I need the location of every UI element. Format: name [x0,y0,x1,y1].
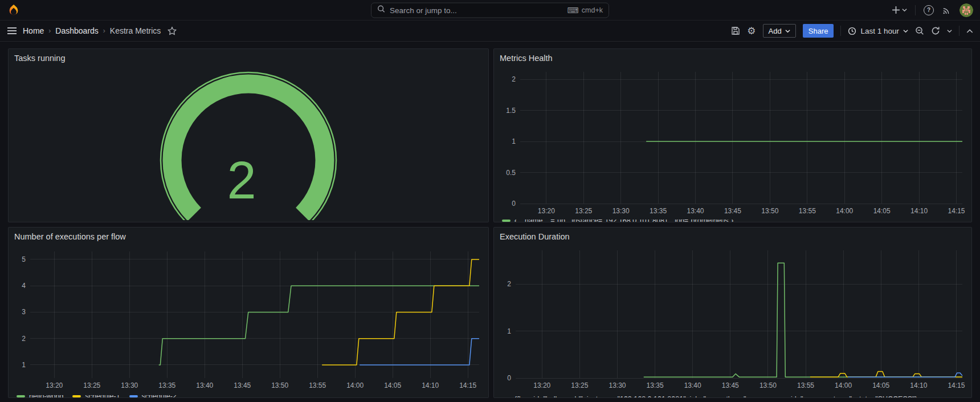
svg-text:1: 1 [512,137,516,145]
panel-title[interactable]: Tasks running [9,49,488,66]
legend-item[interactable]: {__name__="up", instance="192.168.0.101:… [502,220,733,222]
legend-item[interactable]: {flow_id="hello-world", instance="192.16… [502,395,966,398]
series-line-schedule-1 [810,371,962,377]
svg-text:1: 1 [22,361,26,369]
legend-item[interactable]: schedule-1 [72,395,120,398]
legend-label: {flow_id="hello-world", instance="192.16… [514,395,917,398]
refresh-icon[interactable] [931,26,940,35]
legend-item[interactable]: schedule-2 [129,395,177,398]
svg-text:13:20: 13:20 [533,381,550,389]
svg-text:14:00: 14:00 [836,207,853,215]
legend-swatch-icon [129,395,138,397]
divider [915,5,916,15]
search-shortcut: ⌨ cmd+k [567,6,603,14]
search-icon [377,5,385,15]
svg-text:14:15: 14:15 [948,207,965,215]
favorite-star-icon[interactable] [168,26,177,35]
chart-legend: hello-worldschedule-1schedule-2 [9,395,488,398]
gauge: 2 [9,66,488,222]
svg-text:0.5: 0.5 [506,169,516,177]
svg-text:2: 2 [512,75,516,83]
svg-text:13:25: 13:25 [83,381,100,389]
breadcrumb-current: Kestra Metrics [110,26,161,35]
menu-toggle-icon[interactable] [7,27,17,35]
share-button[interactable]: Share [803,24,834,38]
svg-text:2: 2 [507,280,511,288]
svg-text:14:05: 14:05 [873,207,891,215]
svg-text:13:45: 13:45 [724,207,741,215]
collapse-caret-up-icon[interactable] [966,29,973,34]
panel-executions-per-flow: Number of executions per flow 13:2013:25… [8,227,489,398]
chevron-down-icon [903,29,908,33]
legend-label: hello-world [29,395,63,398]
legend-label: schedule-2 [142,395,177,398]
breadcrumb-home[interactable]: Home [23,26,44,35]
panel-title[interactable]: Number of executions per flow [9,228,488,245]
time-range-picker[interactable]: Last 1 hour [848,27,908,35]
chart-legend: {__name__="up", instance="192.168.0.101:… [494,220,971,222]
time-series-chart[interactable]: 13:2013:2513:3013:3513:4013:4513:5013:55… [12,245,485,395]
refresh-interval-chevron-icon[interactable] [947,29,952,33]
panel-title[interactable]: Metrics Health [494,49,971,66]
svg-text:14:15: 14:15 [459,381,476,389]
svg-text:13:35: 13:35 [158,381,175,389]
panel-title[interactable]: Execution Duration [494,228,971,245]
grafana-dashboard: Search or jump to... ⌨ cmd+k ? [0,0,980,402]
news-rss-icon[interactable] [942,5,952,15]
search-input[interactable]: Search or jump to... ⌨ cmd+k [371,2,609,18]
chart-svg: 13:2013:2513:3013:3513:4013:4513:5013:55… [497,245,968,392]
dashboard-settings-gear-icon[interactable]: ⚙ [747,25,756,37]
svg-text:13:20: 13:20 [538,207,555,215]
svg-text:13:55: 13:55 [797,381,814,389]
svg-text:13:30: 13:30 [121,381,138,389]
time-series-chart[interactable]: 13:2013:2513:3013:3513:4013:4513:5013:55… [497,245,968,394]
add-button[interactable]: Add [763,24,796,38]
nav-right-actions: ? [892,3,973,17]
svg-text:14:00: 14:00 [346,381,364,389]
divider [840,26,841,36]
divider [959,26,959,36]
save-dashboard-icon[interactable] [731,26,740,35]
svg-text:13:20: 13:20 [46,381,63,389]
chart-svg: 13:2013:2513:3013:3513:4013:4513:5013:55… [497,66,968,217]
panel-execution-duration: Execution Duration 13:2013:2513:3013:351… [493,227,972,398]
series-line-hello-world [159,286,479,365]
panel-metrics-health: Metrics Health 13:2013:2513:3013:3513:40… [493,48,972,222]
svg-text:2: 2 [22,335,26,343]
grafana-logo-icon[interactable] [7,3,21,17]
toolbar-actions: ⚙ Add Share Last 1 hour [731,24,973,38]
breadcrumb-dashboards[interactable]: Dashboards [55,26,99,35]
zoom-out-time-icon[interactable] [915,26,924,35]
svg-text:5: 5 [22,255,26,263]
svg-text:3: 3 [22,308,26,316]
svg-text:13:35: 13:35 [647,381,664,389]
svg-text:0: 0 [507,374,511,382]
legend-item[interactable]: hello-world [17,395,63,398]
svg-text:14:10: 14:10 [910,381,927,389]
series-line-hello-world [644,263,962,377]
new-menu-button[interactable] [892,6,907,14]
svg-text:13:50: 13:50 [761,207,778,215]
svg-text:0: 0 [512,200,516,208]
gauge-value-text: 2 [227,151,256,209]
breadcrumb: Home › Dashboards › Kestra Metrics [23,26,177,35]
series-line-schedule-2 [360,339,479,365]
clock-icon [848,27,856,35]
help-icon[interactable]: ? [924,5,934,15]
svg-text:13:55: 13:55 [799,207,816,215]
svg-text:13:35: 13:35 [650,207,667,215]
user-avatar[interactable] [959,3,973,17]
svg-text:13:45: 13:45 [234,381,251,389]
dashboard-grid: Tasks running 2 Metrics Health 13:2013:2… [0,42,980,398]
svg-text:13:55: 13:55 [309,381,326,389]
series-line-schedule-2 [848,373,962,377]
breadcrumb-separator: › [48,27,51,35]
svg-text:4: 4 [22,282,26,290]
time-series-chart[interactable]: 13:2013:2513:3013:3513:4013:4513:5013:55… [497,66,968,220]
legend-swatch-icon [17,395,25,397]
svg-text:14:10: 14:10 [422,381,439,389]
svg-text:1.5: 1.5 [506,107,516,115]
svg-text:13:50: 13:50 [760,381,777,389]
search-placeholder: Search or jump to... [390,6,563,14]
legend-label: {__name__="up", instance="192.168.0.101:… [514,220,733,222]
